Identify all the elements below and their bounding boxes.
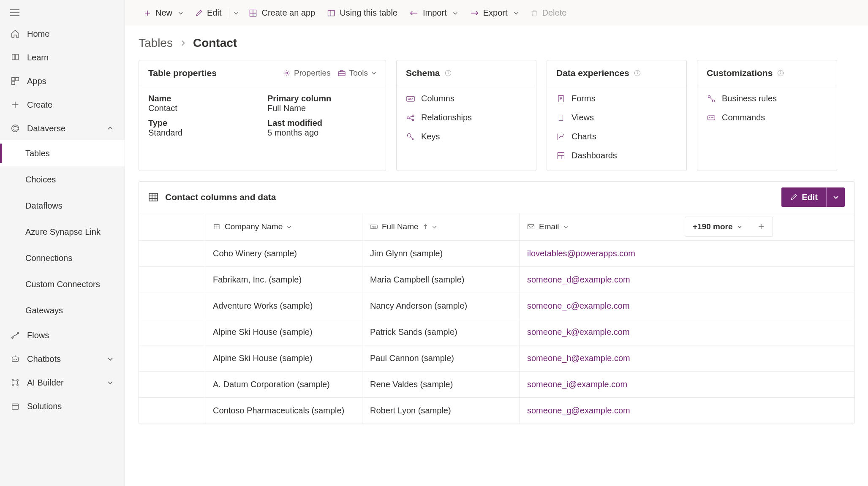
svg-rect-25: [558, 152, 564, 159]
chevron-down-icon: [432, 225, 437, 229]
sidebar-item-label: Dataverse: [27, 124, 65, 133]
edit-dropdown-button[interactable]: [232, 7, 242, 19]
dx-charts-link[interactable]: Charts: [556, 132, 677, 141]
sidebar-item-learn[interactable]: Learn: [0, 46, 125, 69]
properties-action[interactable]: Properties: [283, 68, 331, 78]
info-icon[interactable]: [777, 69, 784, 77]
sidebar-item-label: Chatbots: [27, 354, 61, 364]
sidebar-item-chatbots[interactable]: Chatbots: [0, 347, 125, 371]
sidebar-item-custom-connectors[interactable]: Custom Connectors: [0, 271, 125, 297]
more-columns-button[interactable]: +190 more: [685, 222, 750, 231]
cust-business-rules-link[interactable]: Business rules: [707, 94, 827, 103]
cell-fullname[interactable]: Jim Glynn (sample): [362, 241, 519, 266]
column-header-fullname[interactable]: Abc Full Name: [362, 213, 519, 240]
button-label: Import: [423, 8, 447, 18]
trash-icon: [531, 9, 538, 17]
cell-company[interactable]: Contoso Pharmaceuticals (sample): [205, 398, 362, 424]
cell-email[interactable]: ilovetables@powerapps.com: [519, 241, 676, 266]
breadcrumb: Tables Contact: [139, 36, 854, 50]
data-section-title: Contact columns and data: [165, 192, 276, 202]
sidebar-item-solutions[interactable]: Solutions: [0, 394, 125, 418]
cell-email[interactable]: someone_h@example.com: [519, 345, 676, 371]
dx-forms-link[interactable]: Forms: [556, 94, 677, 103]
cell-fullname[interactable]: Rene Valdes (sample): [362, 372, 519, 397]
cell-email[interactable]: someone_i@example.com: [519, 372, 676, 397]
import-button[interactable]: Import: [404, 5, 463, 21]
schema-keys-link[interactable]: Keys: [406, 132, 527, 141]
sidebar-item-ai-builder[interactable]: AI Builder: [0, 371, 125, 394]
dx-dashboards-link[interactable]: Dashboards: [556, 151, 677, 160]
sidebar-item-dataflows[interactable]: Dataflows: [0, 193, 125, 219]
cell-fullname[interactable]: Nancy Anderson (sample): [362, 293, 519, 319]
sidebar-item-azure-synapse-link[interactable]: Azure Synapse Link: [0, 219, 125, 245]
sidebar-item-gateways[interactable]: Gateways: [0, 297, 125, 323]
table-row[interactable]: Alpine Ski House (sample)Patrick Sands (…: [139, 319, 854, 345]
cell-email[interactable]: someone_g@example.com: [519, 398, 676, 424]
table-row[interactable]: A. Datum Corporation (sample)Rene Valdes…: [139, 372, 854, 398]
table-row[interactable]: Coho Winery (sample)Jim Glynn (sample)il…: [139, 241, 854, 267]
cell-fullname[interactable]: Patrick Sands (sample): [362, 319, 519, 345]
card-title: Table properties: [148, 68, 217, 78]
sidebar-item-tables[interactable]: Tables: [0, 140, 125, 166]
sidebar-item-choices[interactable]: Choices: [0, 166, 125, 193]
prop-primary-label: Primary column: [267, 94, 376, 103]
sidebar-item-flows[interactable]: Flows: [0, 323, 125, 347]
hamburger-button[interactable]: [0, 3, 125, 22]
table-row[interactable]: Adventure Works (sample)Nancy Anderson (…: [139, 293, 854, 319]
cell-email[interactable]: someone_c@example.com: [519, 293, 676, 319]
sidebar-item-apps[interactable]: Apps: [0, 69, 125, 93]
sidebar-item-label: AI Builder: [27, 378, 64, 388]
sidebar-item-label: Learn: [27, 53, 49, 62]
svg-point-9: [17, 384, 19, 386]
edit-dropdown-button[interactable]: [826, 187, 845, 207]
sidebar-item-home[interactable]: Home: [0, 22, 125, 46]
edit-button[interactable]: Edit: [190, 5, 226, 21]
column-header-email[interactable]: Email: [519, 213, 676, 240]
cell-fullname[interactable]: Paul Cannon (sample): [362, 345, 519, 371]
toolbox-icon: [337, 70, 346, 76]
cell-company[interactable]: Fabrikam, Inc. (sample): [205, 267, 362, 293]
dx-views-link[interactable]: Views: [556, 113, 677, 122]
add-column-button[interactable]: [750, 217, 773, 236]
sidebar-item-label: Choices: [25, 175, 56, 185]
cell-email[interactable]: someone_k@example.com: [519, 319, 676, 345]
cell-fullname[interactable]: Maria Campbell (sample): [362, 267, 519, 293]
sidebar-item-connections[interactable]: Connections: [0, 245, 125, 271]
column-label: Email: [539, 222, 559, 231]
dataverse-icon: [10, 123, 20, 133]
cell-company[interactable]: A. Datum Corporation (sample): [205, 372, 362, 397]
cust-commands-link[interactable]: Commands: [707, 113, 827, 122]
import-icon: [409, 10, 419, 16]
cell-company[interactable]: Adventure Works (sample): [205, 293, 362, 319]
tools-action[interactable]: Tools: [337, 68, 376, 78]
cell-company[interactable]: Alpine Ski House (sample): [205, 345, 362, 371]
sidebar-item-create[interactable]: Create: [0, 93, 125, 117]
info-icon[interactable]: [444, 69, 452, 77]
new-button[interactable]: New: [139, 5, 188, 21]
sidebar-item-label: Home: [27, 29, 49, 39]
table-row[interactable]: Contoso Pharmaceuticals (sample)Robert L…: [139, 398, 854, 424]
cell-fullname[interactable]: Robert Lyon (sample): [362, 398, 519, 424]
using-this-table-button[interactable]: Using this table: [322, 5, 403, 21]
breadcrumb-tables-link[interactable]: Tables: [139, 36, 173, 50]
cell-company[interactable]: Coho Winery (sample): [205, 241, 362, 266]
chevron-down-icon: [833, 194, 839, 200]
column-header-company[interactable]: Company Name: [205, 213, 362, 240]
export-button[interactable]: Export: [465, 5, 524, 21]
schema-columns-link[interactable]: Abc Columns: [406, 94, 527, 103]
info-icon[interactable]: [634, 69, 641, 77]
column-label: Full Name: [382, 222, 419, 231]
cell-email[interactable]: someone_d@example.com: [519, 267, 676, 293]
table-row[interactable]: Fabrikam, Inc. (sample)Maria Campbell (s…: [139, 267, 854, 293]
svg-point-13: [286, 72, 288, 74]
schema-relationships-link[interactable]: Relationships: [406, 113, 527, 122]
table-icon: [327, 9, 335, 17]
svg-point-5: [16, 359, 17, 360]
cell-company[interactable]: Alpine Ski House (sample): [205, 319, 362, 345]
flows-icon: [10, 330, 20, 340]
sidebar-item-label: Tables: [25, 149, 50, 158]
sidebar-item-dataverse[interactable]: Dataverse: [0, 117, 125, 140]
table-row[interactable]: Alpine Ski House (sample)Paul Cannon (sa…: [139, 345, 854, 372]
create-app-button[interactable]: Create an app: [244, 5, 320, 21]
edit-data-button[interactable]: Edit: [781, 187, 826, 207]
